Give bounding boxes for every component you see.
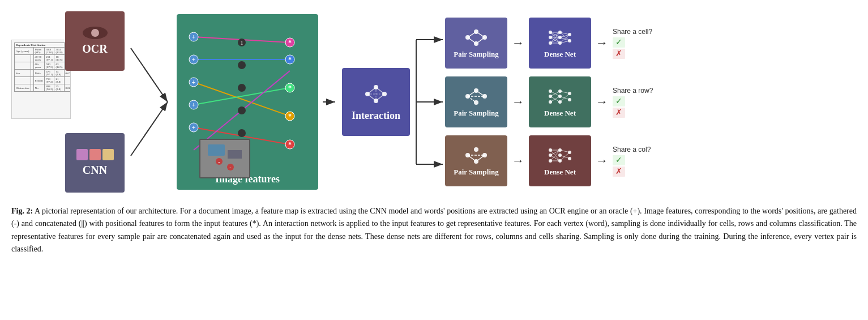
ps-to-dn-arrow-3: → [512, 153, 524, 168]
svg-point-32 [238, 84, 246, 92]
label-group-2: Share a row? ✓ ✗ [613, 87, 653, 118]
caption-text: A pictorial representation of our archit… [11, 207, 857, 253]
svg-line-51 [376, 87, 384, 94]
share-col-label: Share a col? [613, 146, 651, 153]
check-mark-1: ✓ [613, 37, 625, 48]
svg-text:+: + [192, 56, 196, 63]
pair-sampling-icon-3 [462, 146, 490, 165]
svg-text:-: - [229, 164, 231, 170]
cnn-label: CNN [83, 164, 107, 177]
pair-sampling-label-3: Pair Sampling [454, 168, 499, 177]
right-result-section: Pair Sampling → [445, 18, 653, 186]
dense-net-icon-1 [546, 28, 574, 48]
interaction-label: Interaction [352, 110, 400, 122]
result-row-row: Pair Sampling → [445, 76, 653, 127]
svg-line-68 [476, 37, 485, 44]
svg-line-65 [468, 32, 476, 37]
image-features-box: + + + + + * * * * * 1 [177, 14, 318, 190]
svg-line-119 [468, 155, 476, 161]
check-mark-2: ✓ [613, 96, 625, 106]
cnn-box: CNN [65, 133, 125, 193]
svg-text:*: * [288, 112, 292, 120]
pair-sampling-icon-2 [462, 87, 490, 106]
dense-net-label-2: Dense Net [544, 109, 576, 118]
interaction-network-icon [362, 83, 390, 105]
dense-net-box-3: Dense Net [529, 135, 591, 186]
figure-caption: Fig. 2: A pictorial representation of ou… [11, 205, 857, 256]
check-mark-3: ✓ [613, 155, 625, 165]
svg-line-99 [468, 96, 476, 103]
svg-line-67 [476, 32, 485, 37]
dense-net-label-1: Dense Net [544, 50, 576, 59]
dn-to-label-arrow-1: → [596, 36, 608, 50]
ocr-label: OCR [82, 42, 107, 56]
svg-point-31 [238, 61, 246, 69]
svg-text:*: * [288, 56, 292, 63]
cnn-squares-icon [76, 149, 114, 160]
svg-line-98 [476, 91, 485, 96]
label-group-1: Share a cell? ✓ ✗ [613, 28, 652, 59]
ps-to-dn-arrow-1: → [512, 36, 524, 50]
ocr-box: OCR [65, 11, 125, 71]
pair-sampling-label-2: Pair Sampling [454, 109, 499, 118]
svg-text:1: 1 [241, 40, 243, 46]
label-group-3: Share a col? ✓ ✗ [613, 146, 651, 177]
svg-line-136 [560, 150, 570, 152]
left-arrows [128, 14, 173, 190]
svg-line-52 [376, 94, 384, 101]
pair-sampling-box-1: Pair Sampling [445, 18, 507, 69]
cross-mark-1: ✗ [613, 49, 625, 59]
dn-to-label-arrow-3: → [596, 153, 608, 168]
pair-sampling-box-2: Pair Sampling [445, 76, 507, 127]
dense-net-icon-2 [546, 87, 574, 106]
svg-line-114 [560, 93, 570, 102]
dense-net-label-3: Dense Net [544, 168, 576, 177]
pair-sampling-icon-1 [462, 28, 490, 48]
svg-text:+: + [192, 78, 196, 86]
if-to-interaction-arrow [322, 96, 339, 108]
dense-net-box-1: Dense Net [529, 18, 591, 69]
svg-line-50 [367, 94, 376, 101]
svg-text:-: - [218, 159, 220, 165]
fig-label: Fig. 2: [11, 207, 33, 215]
image-features-svg: + + + + + * * * * * 1 [177, 14, 318, 190]
svg-line-96 [468, 91, 476, 96]
ocr-eye-icon [83, 27, 108, 39]
svg-line-1 [131, 48, 168, 102]
share-cell-label: Share a cell? [613, 28, 652, 36]
svg-text:+: + [192, 123, 196, 131]
cross-mark-3: ✗ [613, 167, 625, 177]
check-cross-1: ✓ ✗ [613, 37, 625, 59]
diagram-container: Dependents DistributionNoYesp Age (years… [11, 6, 857, 198]
branching-arrows [413, 14, 442, 190]
svg-point-116 [474, 147, 478, 152]
result-row-col: Pair Sampling → [445, 135, 653, 186]
svg-text:+: + [192, 101, 196, 109]
svg-point-34 [238, 129, 246, 137]
dn-to-label-arrow-2: → [596, 95, 608, 109]
pair-sampling-label-1: Pair Sampling [454, 50, 499, 59]
svg-line-120 [476, 155, 485, 161]
share-row-label: Share a row? [613, 87, 653, 95]
svg-line-66 [468, 37, 476, 44]
svg-line-49 [367, 87, 376, 94]
svg-text:+: + [192, 33, 196, 41]
svg-text:*: * [288, 140, 292, 148]
svg-point-33 [238, 106, 246, 114]
left-input-section: Dependents DistributionNoYesp Age (years… [11, 6, 125, 198]
document-image: Dependents DistributionNoYesp Age (years… [11, 40, 71, 119]
svg-line-2 [131, 102, 168, 156]
svg-text:*: * [288, 39, 292, 46]
svg-rect-37 [208, 144, 225, 156]
left-arrow-svg [128, 14, 173, 190]
check-cross-2: ✓ ✗ [613, 96, 625, 118]
pair-sampling-box-3: Pair Sampling [445, 135, 507, 186]
svg-line-138 [560, 152, 570, 161]
svg-rect-38 [228, 150, 242, 159]
cross-mark-2: ✗ [613, 108, 625, 118]
dense-net-icon-3 [546, 146, 574, 165]
dense-net-box-2: Dense Net [529, 76, 591, 127]
interaction-box: Interaction [342, 68, 410, 136]
result-row-cell: Pair Sampling → [445, 18, 653, 69]
check-cross-3: ✓ ✗ [613, 155, 625, 177]
